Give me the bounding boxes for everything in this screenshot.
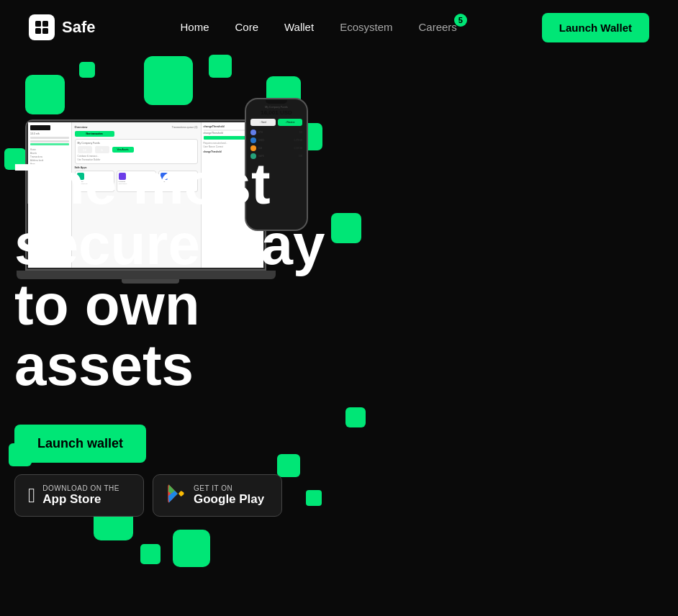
hero-text: The most secure way to own assets Launch… — [0, 55, 678, 616]
app-store-main: App Store — [42, 492, 101, 507]
google-play-icon — [166, 484, 186, 507]
hero-title: The most secure way to own assets — [14, 154, 649, 396]
logo[interactable]: Safe — [29, 14, 95, 40]
nav-home[interactable]: Home — [180, 21, 209, 33]
svg-rect-0 — [35, 21, 41, 27]
nav-careers[interactable]: Careers — [419, 21, 457, 33]
svg-rect-1 — [42, 21, 48, 27]
navbar: Safe Home Core Wallet Ecosystem Careers … — [0, 0, 678, 55]
google-play-main: Google Play — [194, 492, 264, 507]
apple-icon:  — [28, 486, 35, 506]
svg-rect-2 — [35, 28, 41, 34]
nav-core[interactable]: Core — [235, 21, 259, 33]
nav-links: Home Core Wallet Ecosystem Careers 5 — [180, 21, 456, 34]
google-play-sub: GET IT ON — [194, 484, 232, 492]
app-store-text: Download on the App Store — [42, 484, 119, 507]
google-play-text: GET IT ON Google Play — [194, 484, 264, 507]
svg-rect-3 — [42, 28, 48, 34]
google-play-button[interactable]: GET IT ON Google Play — [153, 474, 282, 517]
launch-wallet-button[interactable]: Launch wallet — [14, 425, 146, 463]
hero-cta: Launch wallet  Download on the App Stor… — [14, 425, 649, 517]
app-store-sub: Download on the — [42, 484, 119, 492]
logo-text: Safe — [62, 18, 95, 37]
nav-wallet[interactable]: Wallet — [284, 21, 314, 33]
logo-icon — [29, 14, 55, 40]
hero-section: 10.0 eth Home Assets Transactions Addres… — [0, 55, 678, 616]
app-store-button[interactable]:  Download on the App Store — [14, 474, 144, 517]
nav-launch-wallet-button[interactable]: Launch Wallet — [542, 13, 649, 42]
careers-badge: 5 — [454, 14, 467, 27]
store-buttons:  Download on the App Store — [14, 474, 282, 517]
nav-ecosystem[interactable]: Ecosystem — [340, 21, 392, 33]
